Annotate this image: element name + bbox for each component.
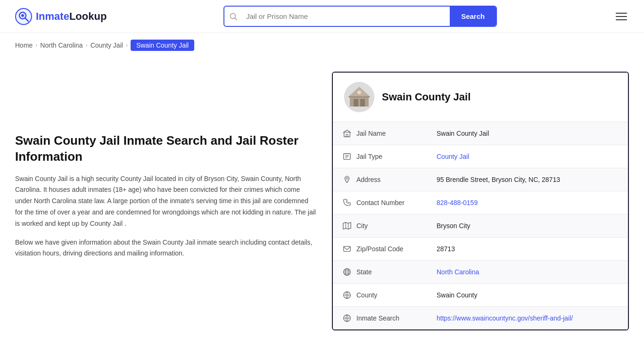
search-icon: [224, 12, 242, 21]
breadcrumb-active: Swain County Jail: [131, 40, 194, 51]
svg-rect-23: [344, 247, 350, 252]
breadcrumb-type[interactable]: County Jail: [91, 41, 123, 49]
breadcrumb-state[interactable]: North Carolina: [40, 41, 83, 49]
table-row: Jail TypeCounty Jail: [333, 145, 628, 168]
hamburger-menu[interactable]: [614, 11, 629, 22]
chevron-icon-3: ›: [126, 42, 128, 49]
table-row: Jail NameSwain County Jail: [333, 122, 628, 145]
svg-rect-11: [357, 90, 361, 94]
left-column: Swain County Jail Inmate Search and Jail…: [15, 67, 317, 344]
row-label: County: [356, 291, 377, 299]
row-link[interactable]: 828-488-0159: [437, 199, 478, 206]
building-icon: [342, 129, 352, 138]
row-link[interactable]: County Jail: [437, 153, 469, 160]
row-label: State: [356, 268, 372, 276]
row-value[interactable]: County Jail: [427, 145, 628, 168]
breadcrumb: Home › North Carolina › County Jail › Sw…: [0, 33, 644, 58]
table-row: Zip/Postal Code28713: [333, 238, 628, 261]
row-value: Bryson City: [427, 214, 628, 238]
row-value: Swain County: [427, 284, 628, 307]
envelope-icon: [342, 244, 352, 254]
search-button[interactable]: Search: [450, 7, 496, 26]
row-value[interactable]: North Carolina: [427, 261, 628, 284]
globe3-icon: [342, 313, 352, 323]
svg-point-4: [231, 13, 236, 18]
logo-icon: [15, 8, 32, 25]
row-label: Address: [356, 176, 380, 183]
card-header: Swain County Jail: [333, 73, 628, 122]
page-title: Swain County Jail Inmate Search and Jail…: [15, 133, 317, 165]
svg-marker-20: [343, 222, 351, 229]
globe-icon: [342, 267, 352, 277]
row-link[interactable]: https://www.swaincountync.gov/sheriff-an…: [437, 314, 573, 322]
phone-icon: [342, 198, 352, 207]
table-row: Address95 Brendle Street, Bryson City, N…: [333, 168, 628, 191]
logo[interactable]: InmateLookup: [15, 8, 107, 25]
map-icon: [342, 221, 352, 230]
row-label: City: [356, 222, 368, 230]
jail-avatar: [344, 82, 374, 112]
row-value[interactable]: 828-488-0159: [427, 191, 628, 214]
svg-line-5: [235, 18, 237, 20]
page-description-2: Below we have given information about th…: [15, 237, 317, 260]
table-row: CityBryson City: [333, 214, 628, 238]
svg-rect-14: [346, 134, 348, 137]
search-input[interactable]: [242, 8, 450, 25]
row-label: Contact Number: [356, 199, 405, 206]
logo-text: InmateLookup: [36, 10, 107, 23]
row-value[interactable]: https://www.swaincountync.gov/sheriff-an…: [427, 307, 628, 330]
info-table: Jail NameSwain County JailJail TypeCount…: [333, 122, 628, 329]
table-row: Contact Number828-488-0159: [333, 191, 628, 214]
row-value: 95 Brendle Street, Bryson City, NC, 2871…: [427, 168, 628, 191]
svg-rect-12: [349, 96, 370, 98]
info-card: Swain County Jail Jail NameSwain County …: [332, 72, 629, 330]
svg-point-3: [21, 14, 24, 17]
svg-rect-8: [354, 99, 358, 107]
list-icon: [342, 152, 352, 161]
breadcrumb-home[interactable]: Home: [15, 41, 33, 49]
pin-icon: [342, 175, 352, 184]
row-label: Jail Type: [356, 153, 382, 160]
row-label: Inmate Search: [356, 314, 399, 322]
chevron-icon-2: ›: [86, 42, 88, 49]
svg-point-19: [346, 178, 348, 180]
card-jail-name: Swain County Jail: [382, 91, 471, 103]
page-description-1: Swain County Jail is a high security Cou…: [15, 173, 317, 230]
row-link[interactable]: North Carolina: [437, 268, 479, 276]
table-row: CountySwain County: [333, 284, 628, 307]
svg-rect-9: [360, 99, 365, 107]
globe2-icon: [342, 290, 352, 300]
svg-rect-7: [350, 96, 369, 107]
table-row: Inmate Searchhttps://www.swaincountync.g…: [333, 307, 628, 330]
row-label: Jail Name: [356, 130, 386, 137]
table-row: StateNorth Carolina: [333, 261, 628, 284]
row-value: 28713: [427, 238, 628, 261]
chevron-icon-1: ›: [35, 42, 37, 49]
right-column: Swain County Jail Jail NameSwain County …: [332, 67, 629, 344]
search-area: Search: [223, 6, 497, 27]
row-label: Zip/Postal Code: [356, 245, 404, 253]
row-value: Swain County Jail: [427, 122, 628, 145]
